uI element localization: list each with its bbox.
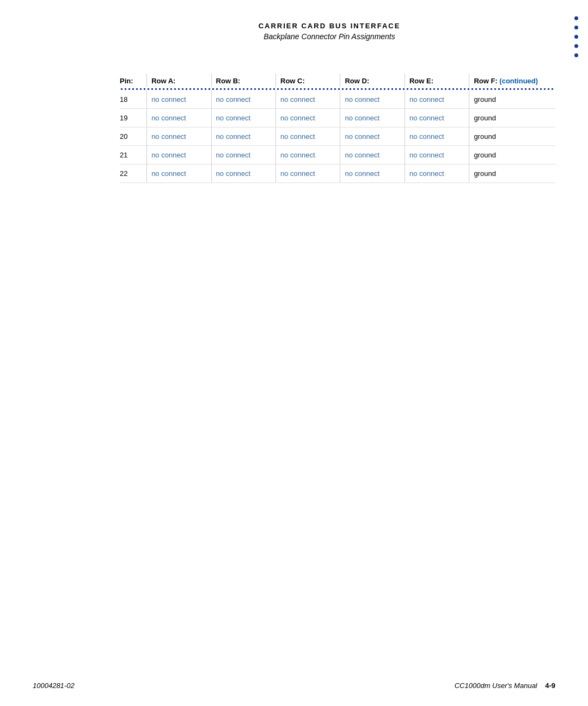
col-header-row-d: Row D: xyxy=(340,74,405,87)
footer-manual-info: CC1000dm User's Manual 4-9 xyxy=(455,681,555,690)
table-cell: no connect xyxy=(147,90,211,109)
table-cell: no connect xyxy=(405,127,469,146)
table-cell: ground xyxy=(469,90,555,109)
table-cell: no connect xyxy=(276,90,340,109)
table-cell: 18 xyxy=(120,90,147,109)
table-body: 18no connectno connectno connectno conne… xyxy=(120,90,555,183)
table-cell: 19 xyxy=(120,109,147,127)
col-header-row-f: Row F: (continued) xyxy=(469,74,555,87)
table-row: 22no connectno connectno connectno conne… xyxy=(120,165,555,183)
col-header-row-a: Row A: xyxy=(147,74,211,87)
table-row: 19no connectno connectno connectno conne… xyxy=(120,109,555,127)
table-cell: ground xyxy=(469,109,555,127)
table-cell: no connect xyxy=(211,146,275,165)
table-cell: no connect xyxy=(405,90,469,109)
table-cell: no connect xyxy=(405,109,469,127)
table-cell: no connect xyxy=(276,109,340,127)
continued-label: (continued) xyxy=(499,77,538,85)
col-header-pin: Pin: xyxy=(120,74,147,87)
table-cell: no connect xyxy=(147,109,211,127)
page-header: CARRIER CARD BUS INTERFACE Backplane Con… xyxy=(120,22,555,41)
table-cell: ground xyxy=(469,165,555,183)
footer-manual-title: CC1000dm User's Manual xyxy=(455,681,537,690)
table-cell: no connect xyxy=(340,165,405,183)
col-header-row-b: Row B: xyxy=(211,74,275,87)
footer-doc-number: 10004281-02 xyxy=(33,681,75,690)
page-footer: 10004281-02 CC1000dm User's Manual 4-9 xyxy=(0,681,588,690)
footer-page-number: 4-9 xyxy=(545,681,555,690)
table-cell: no connect xyxy=(211,109,275,127)
table-cell: no connect xyxy=(405,165,469,183)
table-cell: 22 xyxy=(120,165,147,183)
table-row: 20no connectno connectno connectno conne… xyxy=(120,127,555,146)
table-cell: no connect xyxy=(276,127,340,146)
table-row: 21no connectno connectno connectno conne… xyxy=(120,146,555,165)
table-cell: no connect xyxy=(276,146,340,165)
table-cell: no connect xyxy=(211,90,275,109)
table-cell: no connect xyxy=(211,165,275,183)
table-header-row: Pin: Row A: Row B: Row C: Row D: xyxy=(120,74,555,87)
table-cell: no connect xyxy=(211,127,275,146)
table-cell: no connect xyxy=(276,165,340,183)
table-cell: 20 xyxy=(120,127,147,146)
table-wrapper: Pin: Row A: Row B: Row C: Row D: xyxy=(120,74,555,183)
col-header-row-e: Row E: xyxy=(405,74,469,87)
header-subtitle: Backplane Connector Pin Assignments xyxy=(120,32,539,41)
table-cell: no connect xyxy=(340,109,405,127)
table-cell: ground xyxy=(469,127,555,146)
page-container: CARRIER CARD BUS INTERFACE Backplane Con… xyxy=(0,0,588,706)
table-cell: no connect xyxy=(405,146,469,165)
table-cell: no connect xyxy=(147,127,211,146)
table-cell: no connect xyxy=(147,165,211,183)
header-title: CARRIER CARD BUS INTERFACE xyxy=(120,22,539,30)
table-cell: no connect xyxy=(340,146,405,165)
table-row: 18no connectno connectno connectno conne… xyxy=(120,90,555,109)
col-header-row-c: Row C: xyxy=(276,74,340,87)
table-cell: no connect xyxy=(340,127,405,146)
table-cell: 21 xyxy=(120,146,147,165)
table-cell: no connect xyxy=(340,90,405,109)
table-cell: no connect xyxy=(147,146,211,165)
dot-separator xyxy=(120,88,555,90)
pin-assignments-table: Pin: Row A: Row B: Row C: Row D: xyxy=(120,74,555,183)
table-cell: ground xyxy=(469,146,555,165)
